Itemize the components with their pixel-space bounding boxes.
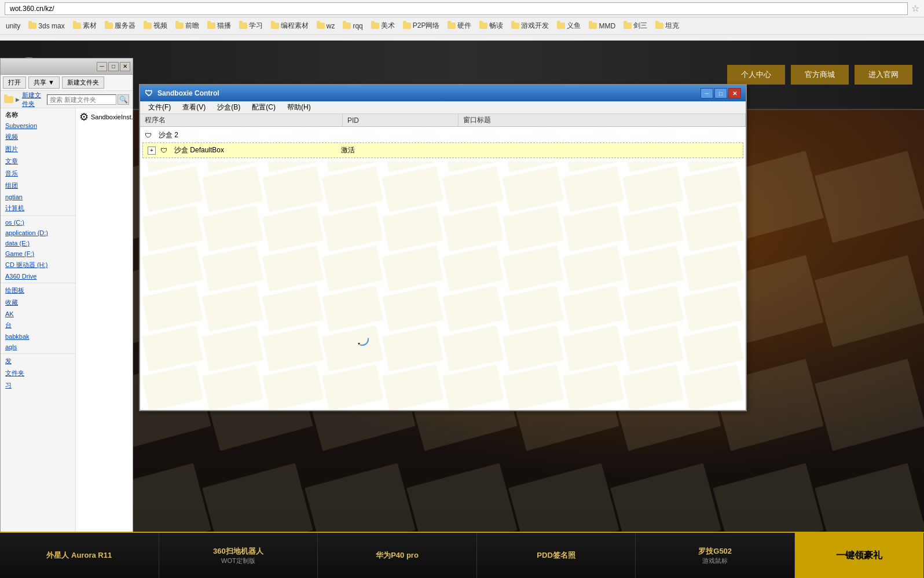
- shop-button[interactable]: 官方商城: [791, 65, 849, 85]
- sandboxie-minimize-button[interactable]: ─: [701, 88, 713, 98]
- bookmark-sucai[interactable]: 素材: [69, 20, 100, 32]
- bookmark-3dsmax-label: 3ds max: [38, 22, 64, 30]
- ad-aurora-title: 外星人 Aurora R11: [46, 550, 112, 561]
- sb-tile-20: [683, 166, 744, 211]
- bookmark-shipin-label: 视频: [153, 21, 167, 31]
- sandboxie-menu-sandbox[interactable]: 沙盒(B): [211, 101, 246, 114]
- sidebar-item-huibanban[interactable]: 绘图板: [1, 284, 75, 297]
- fe-search-input[interactable]: [47, 94, 116, 105]
- sidebar-item-ak[interactable]: AK: [1, 309, 75, 319]
- sidebar-item-tai[interactable]: 台: [1, 319, 75, 331]
- sidebar-item-babkbak[interactable]: babkbak: [1, 331, 75, 342]
- bookmark-youxi-label: 游戏开发: [521, 21, 549, 31]
- sidebar-item-gamef[interactable]: Game (F:): [1, 248, 75, 259]
- breadcrumb-path[interactable]: 新建文件夹: [22, 91, 45, 108]
- bookmark-xuexi[interactable]: 学习: [236, 20, 266, 32]
- bookmark-fuwuqi[interactable]: 服务器: [101, 20, 139, 32]
- defaultbox-expand-icon[interactable]: +: [148, 147, 156, 155]
- bookmark-yinjian[interactable]: 硬件: [444, 20, 475, 32]
- sidebar-item-cdh[interactable]: CD 驱动器 (H:): [1, 259, 75, 271]
- sandbox-row-2[interactable]: 🛡 沙盒 2: [140, 129, 746, 141]
- header-buttons: 个人中心 官方商城 进入官网: [727, 65, 912, 85]
- sb-tile-14: [322, 166, 383, 211]
- ad-huawei[interactable]: 华为P40 pro: [318, 533, 477, 578]
- sandboxie-menu-config[interactable]: 配置(C): [246, 101, 281, 114]
- sb-tile-41: [142, 286, 203, 331]
- sidebar-item-yinyue[interactable]: 音乐: [1, 167, 75, 180]
- sb-tile-67: [503, 365, 564, 410]
- bookmark-yiyu[interactable]: 义鱼: [553, 20, 584, 32]
- sidebar-item-jissuanji[interactable]: 计算机: [1, 202, 75, 214]
- sandboxie-menu-file[interactable]: 文件(F): [142, 101, 177, 114]
- sb-tile-17: [503, 166, 564, 211]
- bookmark-tanke[interactable]: 坦克: [652, 20, 683, 32]
- fe-search-button[interactable]: 🔍: [118, 94, 129, 105]
- sandboxie-close-button[interactable]: ✕: [728, 88, 741, 98]
- sb-tile-70: [683, 365, 744, 410]
- folder-icon-xuexi: [239, 23, 247, 29]
- ad-gift[interactable]: 一键领豪礼: [795, 533, 924, 578]
- ad-pdd[interactable]: PDD签名照: [477, 533, 636, 578]
- sb-tile-63: [262, 365, 323, 410]
- sandboxie-maximize-button[interactable]: □: [714, 88, 727, 98]
- enter-button[interactable]: 进入官网: [855, 65, 912, 85]
- sidebar-item-subversion[interactable]: Subversion: [1, 120, 75, 131]
- bookmark-yuedu-label: 畅读: [489, 21, 503, 31]
- file-explorer-sidebar: 名称 Subversion 视频 图片 文章 音乐 组团 ngtian 计算机 …: [1, 108, 76, 551]
- folder-icon-p2p: [403, 23, 411, 29]
- user-center-button[interactable]: 个人中心: [727, 65, 785, 85]
- bookmark-mmd[interactable]: MMD: [585, 21, 619, 31]
- ad-360robot[interactable]: 360扫地机器人 WOT定制版: [159, 533, 318, 578]
- fe-minimize-button[interactable]: ─: [97, 62, 107, 71]
- sidebar-item-shipin[interactable]: 视频: [1, 131, 75, 143]
- sb-tile-64: [322, 365, 383, 410]
- sandboxie-menubar: 文件(F) 查看(V) 沙盒(B) 配置(C) 帮助(H): [140, 101, 746, 114]
- fe-new-folder-button[interactable]: 新建文件夹: [62, 76, 104, 89]
- sidebar-item-ngtian[interactable]: ngtian: [1, 192, 75, 202]
- sidebar-item-wenzhang[interactable]: 文章: [1, 155, 75, 167]
- sidebar-item-appd[interactable]: application (D:): [1, 228, 75, 238]
- folder-icon-rqq: [343, 23, 351, 29]
- address-input[interactable]: [5, 2, 908, 15]
- bookmark-jian3[interactable]: 剑三: [620, 20, 651, 32]
- sandbox-row-defaultbox[interactable]: + 🛡 沙盒 DefaultBox 激活: [142, 142, 743, 158]
- sandboxie-menu-help[interactable]: 帮助(H): [281, 101, 317, 114]
- sidebar-item-a360[interactable]: A360 Drive: [1, 271, 75, 281]
- sidebar-item-tuandui[interactable]: 组团: [1, 180, 75, 192]
- bookmark-rqq[interactable]: rqq: [339, 21, 366, 31]
- file-item-sandboxie[interactable]: ⚙ SandboxieInst...: [77, 109, 131, 125]
- sidebar-item-xi[interactable]: 习: [1, 379, 75, 392]
- bookmark-wz[interactable]: wz: [313, 21, 339, 31]
- sidebar-item-tupian[interactable]: 图片: [1, 143, 75, 155]
- sandboxie-menu-view[interactable]: 查看(V): [177, 101, 211, 114]
- sidebar-item-aqls[interactable]: aqls: [1, 342, 75, 352]
- sidebar-item-shoucang[interactable]: 收藏: [1, 297, 75, 309]
- fe-close-button[interactable]: ✕: [120, 62, 130, 71]
- folder-icon-yinjian: [448, 23, 456, 29]
- sidebar-item-osc[interactable]: os (C:): [1, 217, 75, 228]
- ad-logitech[interactable]: 罗技G502 游戏鼠标: [636, 533, 795, 578]
- bookmark-shipin[interactable]: 视频: [140, 20, 171, 32]
- ad-aurora[interactable]: 外星人 Aurora R11: [0, 533, 159, 578]
- bookmark-yuedu[interactable]: 畅读: [476, 20, 507, 32]
- bookmark-star-icon[interactable]: ☆: [911, 3, 919, 14]
- bookmark-qianzhan[interactable]: 前瞻: [172, 20, 203, 32]
- bookmark-3dsmax[interactable]: 3ds max: [25, 21, 68, 31]
- sidebar-item-fa[interactable]: 发: [1, 355, 75, 367]
- sidebar-item-xjwj[interactable]: 文件夹: [1, 367, 75, 379]
- bookmark-youxi[interactable]: 游戏开发: [508, 20, 552, 32]
- bookmark-p2p-label: P2P网络: [413, 21, 440, 31]
- sidebar-item-datae[interactable]: data (E:): [1, 238, 75, 248]
- bookmark-p2p[interactable]: P2P网络: [399, 20, 443, 32]
- fe-maximize-button[interactable]: □: [108, 62, 119, 71]
- sb-tile-49: [622, 286, 684, 331]
- sidebar-header-label: 名称: [1, 108, 75, 120]
- bookmark-biancheng[interactable]: 编程素材: [267, 20, 312, 32]
- fe-share-button[interactable]: 共享 ▼: [28, 76, 60, 89]
- bookmark-meishu[interactable]: 美术: [368, 20, 398, 32]
- file-explorer-titlebar: ─ □ ✕: [1, 58, 133, 75]
- bookmark-unity[interactable]: unity: [2, 21, 24, 31]
- sb-tile-60: [683, 325, 744, 371]
- bookmark-miaobo[interactable]: 猫播: [204, 20, 234, 32]
- fe-open-button[interactable]: 打开: [3, 76, 26, 89]
